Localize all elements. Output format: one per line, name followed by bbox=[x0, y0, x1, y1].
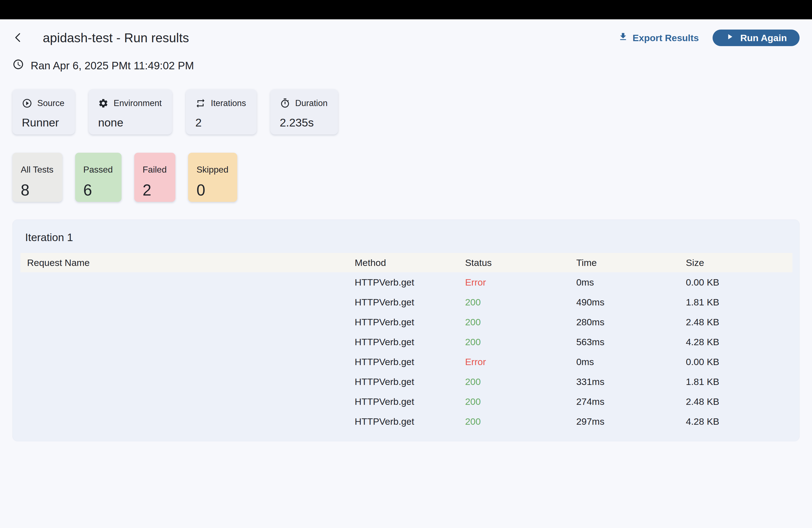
result-row: HTTPVerb.get 200 490ms 1.81 KB bbox=[20, 292, 793, 312]
info-card-value: 2 bbox=[195, 116, 246, 129]
run-again-button[interactable]: Run Again bbox=[713, 30, 800, 46]
run-timestamp-row: Ran Apr 6, 2025 PMt 11:49:02 PM bbox=[12, 59, 800, 73]
result-row: HTTPVerb.get Error 0ms 0.00 KB bbox=[20, 352, 793, 372]
chevron-left-icon bbox=[12, 31, 23, 44]
stat-card-failed[interactable]: Failed 2 bbox=[134, 153, 175, 202]
iteration-panel: Iteration 1 Request Name Method Status T… bbox=[12, 220, 800, 441]
cell-status: 200 bbox=[465, 332, 576, 352]
cell-method: HTTPVerb.get bbox=[354, 411, 465, 431]
cell-method: HTTPVerb.get bbox=[354, 292, 465, 312]
cell-time: 280ms bbox=[576, 312, 686, 332]
export-results-label: Export Results bbox=[633, 33, 699, 43]
results-table-header: Request Name Method Status Time Size bbox=[20, 253, 793, 272]
info-card: Source Runner bbox=[12, 89, 75, 134]
play-circle-icon bbox=[22, 98, 32, 108]
info-card-label: Duration bbox=[295, 98, 328, 108]
result-row: HTTPVerb.get 200 280ms 2.48 KB bbox=[20, 312, 793, 332]
cell-time: 331ms bbox=[576, 372, 686, 392]
result-row: HTTPVerb.get 200 331ms 1.81 KB bbox=[20, 372, 793, 392]
cell-request-name bbox=[20, 372, 354, 392]
page-title: apidash-test - Run results bbox=[43, 30, 189, 45]
stat-card-value: 6 bbox=[83, 181, 113, 199]
cell-request-name bbox=[20, 312, 354, 332]
info-card-value: Runner bbox=[22, 116, 64, 129]
run-timestamp: Ran Apr 6, 2025 PMt 11:49:02 PM bbox=[31, 60, 194, 72]
col-status: Status bbox=[465, 253, 576, 272]
cell-time: 0ms bbox=[576, 352, 686, 372]
cell-method: HTTPVerb.get bbox=[354, 392, 465, 411]
results-table-body: HTTPVerb.get Error 0ms 0.00 KB HTTPVerb.… bbox=[20, 272, 793, 431]
cell-request-name bbox=[20, 411, 354, 431]
stat-card-label: All Tests bbox=[21, 165, 54, 175]
info-card-label: Iterations bbox=[211, 98, 246, 108]
stat-cards: All Tests 8 Passed 6 Failed 2 Skipped 0 bbox=[12, 153, 800, 202]
cell-method: HTTPVerb.get bbox=[354, 272, 465, 292]
cell-status: Error bbox=[465, 352, 576, 372]
stat-card-label: Skipped bbox=[197, 165, 228, 175]
info-card: Iterations 2 bbox=[186, 89, 257, 134]
stat-card-label: Passed bbox=[83, 165, 113, 175]
cell-status: 200 bbox=[465, 372, 576, 392]
repeat-icon bbox=[195, 98, 206, 108]
info-cards: Source Runner Environment none Iteration… bbox=[12, 89, 800, 134]
cell-size: 1.81 KB bbox=[686, 292, 793, 312]
cell-size: 2.48 KB bbox=[686, 392, 793, 411]
stat-card-value: 8 bbox=[21, 181, 54, 199]
result-row: HTTPVerb.get 200 297ms 4.28 KB bbox=[20, 411, 793, 431]
cell-size: 0.00 KB bbox=[686, 272, 793, 292]
stat-card-passed[interactable]: Passed 6 bbox=[75, 153, 122, 202]
cell-time: 297ms bbox=[576, 411, 686, 431]
stat-card-all-tests[interactable]: All Tests 8 bbox=[12, 153, 62, 202]
cell-request-name bbox=[20, 272, 354, 292]
clock-icon bbox=[12, 59, 24, 73]
info-card-label: Environment bbox=[114, 98, 162, 108]
cell-request-name bbox=[20, 292, 354, 312]
cell-status: Error bbox=[465, 272, 576, 292]
cell-method: HTTPVerb.get bbox=[354, 312, 465, 332]
cell-method: HTTPVerb.get bbox=[354, 372, 465, 392]
result-row: HTTPVerb.get 200 563ms 4.28 KB bbox=[20, 332, 793, 352]
cell-status: 200 bbox=[465, 312, 576, 332]
cell-status: 200 bbox=[465, 392, 576, 411]
cell-size: 1.81 KB bbox=[686, 372, 793, 392]
result-row: HTTPVerb.get Error 0ms 0.00 KB bbox=[20, 272, 793, 292]
cell-request-name bbox=[20, 392, 354, 411]
info-card-value: 2.235s bbox=[280, 116, 328, 129]
stopwatch-icon bbox=[280, 98, 290, 108]
cell-status: 200 bbox=[465, 292, 576, 312]
cell-size: 2.48 KB bbox=[686, 312, 793, 332]
cell-request-name bbox=[20, 332, 354, 352]
results-table: Request Name Method Status Time Size HTT… bbox=[20, 253, 793, 431]
back-button[interactable] bbox=[12, 31, 25, 45]
cell-method: HTTPVerb.get bbox=[354, 352, 465, 372]
export-results-button[interactable]: Export Results bbox=[618, 32, 699, 44]
run-again-label: Run Again bbox=[740, 33, 787, 43]
info-card-value: none bbox=[98, 116, 162, 129]
cell-status: 200 bbox=[465, 411, 576, 431]
stat-card-value: 2 bbox=[143, 181, 166, 199]
stat-card-skipped[interactable]: Skipped 0 bbox=[188, 153, 237, 202]
cell-size: 4.28 KB bbox=[686, 411, 793, 431]
cell-time: 274ms bbox=[576, 392, 686, 411]
play-icon bbox=[725, 32, 734, 43]
cell-method: HTTPVerb.get bbox=[354, 332, 465, 352]
info-card: Duration 2.235s bbox=[271, 89, 338, 134]
cell-size: 0.00 KB bbox=[686, 352, 793, 372]
page-header: apidash-test - Run results Export Result… bbox=[12, 29, 800, 46]
cell-time: 0ms bbox=[576, 272, 686, 292]
info-card: Environment none bbox=[89, 89, 172, 134]
download-icon bbox=[618, 32, 628, 44]
cell-time: 563ms bbox=[576, 332, 686, 352]
result-row: HTTPVerb.get 200 274ms 2.48 KB bbox=[20, 392, 793, 411]
cell-time: 490ms bbox=[576, 292, 686, 312]
gear-icon bbox=[98, 98, 108, 108]
cell-size: 4.28 KB bbox=[686, 332, 793, 352]
col-size: Size bbox=[686, 253, 793, 272]
info-card-label: Source bbox=[37, 98, 64, 108]
iteration-title: Iteration 1 bbox=[25, 231, 793, 244]
run-results-page: apidash-test - Run results Export Result… bbox=[0, 29, 812, 441]
stat-card-value: 0 bbox=[197, 181, 228, 199]
stat-card-label: Failed bbox=[143, 165, 166, 175]
cell-request-name bbox=[20, 352, 354, 372]
col-time: Time bbox=[576, 253, 686, 272]
